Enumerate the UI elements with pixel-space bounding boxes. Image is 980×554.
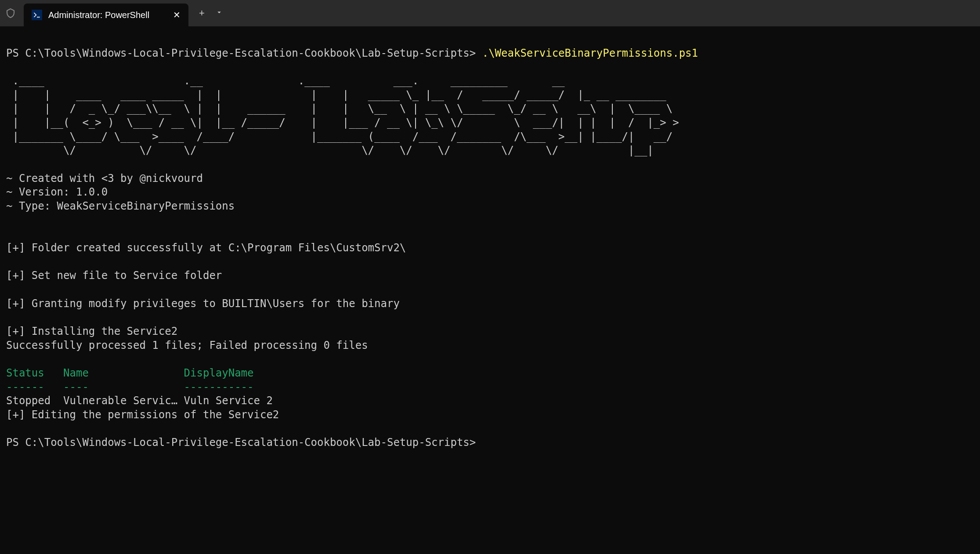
- tab-dropdown-button[interactable]: [215, 7, 223, 19]
- output-line: Successfully processed 1 files; Failed p…: [6, 339, 368, 351]
- prompt-line: PS C:\Tools\Windows-Local-Privilege-Esca…: [6, 47, 482, 59]
- new-tab-button[interactable]: +: [199, 7, 205, 19]
- prompt-line: PS C:\Tools\Windows-Local-Privilege-Esca…: [6, 436, 476, 449]
- active-tab[interactable]: Administrator: PowerShell ✕: [24, 4, 188, 26]
- output-line: [+] Installing the Service2: [6, 325, 177, 337]
- terminal-output[interactable]: PS C:\Tools\Windows-Local-Privilege-Esca…: [0, 26, 980, 456]
- meta-line: ~ Created with <3 by @nickvourd: [6, 172, 203, 185]
- powershell-icon: [32, 10, 42, 20]
- meta-line: ~ Version: 1.0.0: [6, 186, 108, 198]
- tab-title: Administrator: PowerShell: [48, 10, 149, 20]
- ascii-banner: .____ .__ .____ ___. _________ __ | | __…: [6, 75, 685, 156]
- command-text: .\WeakServiceBinaryPermissions.ps1: [482, 47, 698, 59]
- tab-actions: +: [199, 7, 223, 19]
- table-header: Status Name DisplayName: [6, 367, 254, 379]
- output-line: [+] Granting modify privileges to BUILTI…: [6, 297, 400, 310]
- shield-icon: [5, 8, 16, 18]
- close-tab-button[interactable]: ✕: [173, 10, 181, 20]
- table-row: Stopped Vulnerable Servic… Vuln Service …: [6, 395, 273, 407]
- output-line: [+] Editing the permissions of the Servi…: [6, 409, 279, 421]
- table-separator: ------ ---- -----------: [6, 381, 254, 393]
- output-line: [+] Set new file to Service folder: [6, 269, 222, 282]
- titlebar: Administrator: PowerShell ✕ +: [0, 0, 980, 26]
- svg-rect-0: [33, 11, 41, 19]
- output-line: [+] Folder created successfully at C:\Pr…: [6, 242, 406, 254]
- meta-line: ~ Type: WeakServiceBinaryPermissions: [6, 200, 235, 212]
